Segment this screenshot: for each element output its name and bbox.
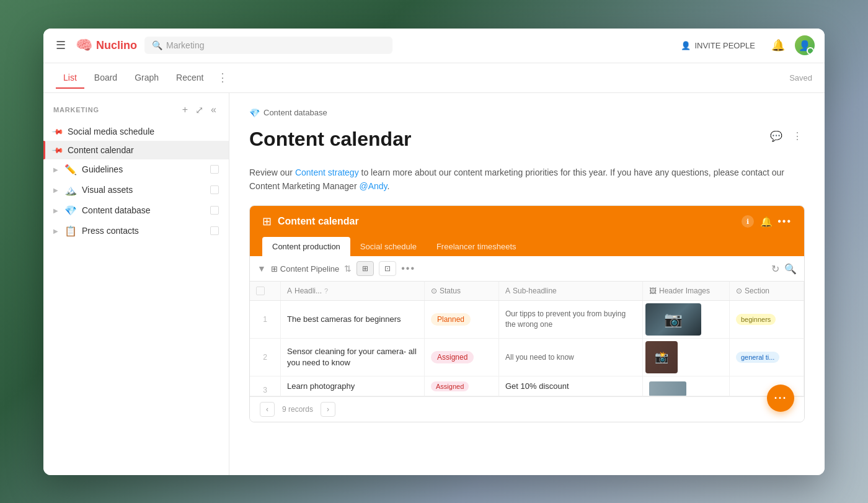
sidebar-item-label: Visual assets — [82, 185, 205, 195]
board-toolbar: ▼ ⊞ Content Pipeline ⇅ ⊞ ⊡ ••• ↻ 🔍 — [250, 256, 804, 282]
table-label: Content Pipeline — [280, 264, 339, 274]
sidebar-item-content-calendar[interactable]: 📌 Content calendar — [43, 141, 229, 159]
row-2-headline-cell[interactable]: Sensor cleaning for your camera- all you… — [281, 339, 425, 376]
sidebar-item-content-database[interactable]: ▶ 💎 Content database — [43, 200, 229, 221]
more-options-icon[interactable]: ⋮ — [790, 128, 805, 145]
comment-icon[interactable]: 💬 — [768, 128, 785, 145]
sidebar: MARKETING + ⤢ « 📌 Social media schedule … — [43, 93, 229, 475]
row-number-2: 2 — [250, 339, 281, 376]
fab-button[interactable]: ··· — [767, 385, 794, 412]
row-2-status-badge: Assigned — [431, 351, 474, 363]
invite-people-button[interactable]: 👤 INVITE PEOPLE — [675, 37, 761, 54]
row-3-headline[interactable]: Learn photography — [281, 376, 425, 396]
invite-icon: 👤 — [681, 41, 691, 50]
sidebar-item-visual-assets[interactable]: ▶ 🏔️ Visual assets — [43, 180, 229, 200]
fab-icon: ··· — [774, 392, 787, 405]
row-2-sub-headline-cell[interactable]: All you need to know — [499, 339, 643, 376]
header-section: ⊙ Section — [730, 282, 804, 300]
board-info-icon[interactable]: ℹ — [742, 215, 754, 228]
row-1-headline-cell[interactable]: The best cameras for beginners — [281, 301, 425, 338]
row-1-image: 📷 — [645, 303, 701, 336]
app-window: ☰ 🧠 Nuclino 🔍 Marketing 👤 INVITE PEOPLE … — [43, 29, 825, 475]
breadcrumb-icon: 💎 — [249, 108, 260, 118]
logo[interactable]: 🧠 Nuclino — [76, 37, 137, 53]
scroll-right-button[interactable]: › — [321, 402, 335, 417]
header-headline: A Headli... ? — [281, 282, 425, 300]
board-bell-icon[interactable]: 🔔 — [760, 216, 773, 228]
row-1-sub-headline-cell[interactable]: Our tipps to prevent you from buying the… — [499, 301, 643, 338]
board-more-icon[interactable]: ••• — [777, 216, 792, 227]
search-bar[interactable]: 🔍 Marketing — [144, 37, 392, 54]
text-type-icon: A — [287, 287, 292, 295]
sidebar-item-label: Guidelines — [82, 164, 205, 174]
sidebar-collapse-button[interactable]: « — [208, 103, 219, 117]
notification-bell-icon[interactable]: 🔔 — [771, 38, 785, 52]
list-view-button[interactable]: ⊡ — [379, 261, 396, 276]
headline-header-label: Headli... — [294, 287, 322, 295]
andy-mention-link[interactable]: @Andy — [359, 181, 387, 191]
hamburger-icon[interactable]: ☰ — [53, 36, 68, 55]
sidebar-expand-button[interactable]: ⤢ — [193, 103, 206, 117]
header-images: 🖼 Header Images — [643, 282, 730, 300]
row-3-sub-headline: Get 10% discount — [499, 376, 643, 396]
content-strategy-link[interactable]: Content strategy — [295, 167, 359, 177]
status-header-label: Status — [440, 287, 461, 295]
logo-text: Nuclino — [96, 39, 137, 52]
tab-list[interactable]: List — [56, 68, 84, 89]
sidebar-item-press-contacts[interactable]: ▶ 📋 Press contacts — [43, 221, 229, 241]
search-input[interactable]: Marketing — [166, 40, 204, 50]
board-tabs: Content production Social schedule Freel… — [250, 237, 804, 256]
row-2-sub-headline: All you need to know — [505, 352, 574, 363]
item-checkbox[interactable] — [210, 226, 219, 235]
content-description: Review our Content strategy to learn mor… — [249, 166, 805, 194]
board-footer: ‹ 9 records › — [250, 396, 804, 422]
content-area: 💎 Content database Content calendar 💬 ⋮ … — [229, 93, 825, 475]
refresh-icon[interactable]: ↻ — [771, 263, 779, 275]
row-1-image-cell: 📷 — [643, 301, 730, 338]
text-type-icon: A — [505, 287, 510, 295]
board-tab-social-schedule[interactable]: Social schedule — [350, 237, 427, 256]
board-tab-content-production[interactable]: Content production — [262, 237, 350, 256]
toolbar-more-icon[interactable]: ••• — [401, 263, 415, 274]
search-icon: 🔍 — [152, 40, 162, 50]
item-checkbox[interactable] — [210, 165, 219, 174]
pin-icon: 📌 — [51, 125, 64, 138]
sidebar-item-guidelines[interactable]: ▶ ✏️ Guidelines — [43, 159, 229, 180]
expand-icon: ▶ — [53, 187, 58, 194]
status-type-icon: ⊙ — [431, 287, 437, 295]
toolbar-right: ↻ 🔍 — [771, 263, 797, 275]
board-tab-freelancer-timesheets[interactable]: Freelancer timesheets — [427, 237, 526, 256]
sort-icon[interactable]: ⇅ — [344, 264, 352, 274]
select-all-checkbox[interactable] — [256, 287, 265, 295]
item-checkbox[interactable] — [210, 206, 219, 215]
header-checkbox-cell — [250, 282, 281, 300]
item-checkbox[interactable] — [210, 185, 219, 194]
board-title: Content calendar — [278, 216, 735, 227]
tab-recent[interactable]: Recent — [169, 68, 211, 89]
top-bar-right: 👤 INVITE PEOPLE 🔔 👤 — [675, 35, 815, 55]
table-view-selector[interactable]: ⊞ Content Pipeline — [271, 264, 339, 274]
row-1-headline: The best cameras for beginners — [287, 314, 401, 325]
sidebar-add-button[interactable]: + — [180, 103, 190, 117]
header-info-icon[interactable]: ? — [324, 287, 328, 295]
table-row: 1 The best cameras for beginners Planned… — [250, 301, 804, 339]
row-number-1: 1 — [250, 301, 281, 338]
content-header-row: Content calendar 💬 ⋮ — [249, 128, 805, 161]
tabs-more-icon[interactable]: ⋮ — [213, 68, 232, 87]
tab-board[interactable]: Board — [87, 68, 125, 89]
row-2-image: 📸 — [645, 341, 678, 373]
press-contacts-icon: 📋 — [64, 225, 77, 237]
table-search-icon[interactable]: 🔍 — [784, 263, 797, 275]
sidebar-actions: + ⤢ « — [180, 103, 219, 117]
tab-graph[interactable]: Graph — [127, 68, 166, 89]
row-3-image — [643, 376, 730, 396]
scroll-left-button[interactable]: ‹ — [260, 402, 275, 417]
filter-dropdown-icon[interactable]: ▼ — [257, 264, 266, 274]
avatar[interactable]: 👤 — [795, 35, 815, 55]
sidebar-item-social-media-schedule[interactable]: 📌 Social media schedule — [43, 122, 229, 141]
row-1-sub-headline: Our tipps to prevent you from buying the… — [505, 309, 636, 330]
expand-icon: ▶ — [53, 228, 58, 234]
group-view-button[interactable]: ⊞ — [356, 261, 374, 276]
images-header-label: Header Images — [659, 287, 710, 295]
breadcrumb-text[interactable]: Content database — [264, 108, 327, 117]
